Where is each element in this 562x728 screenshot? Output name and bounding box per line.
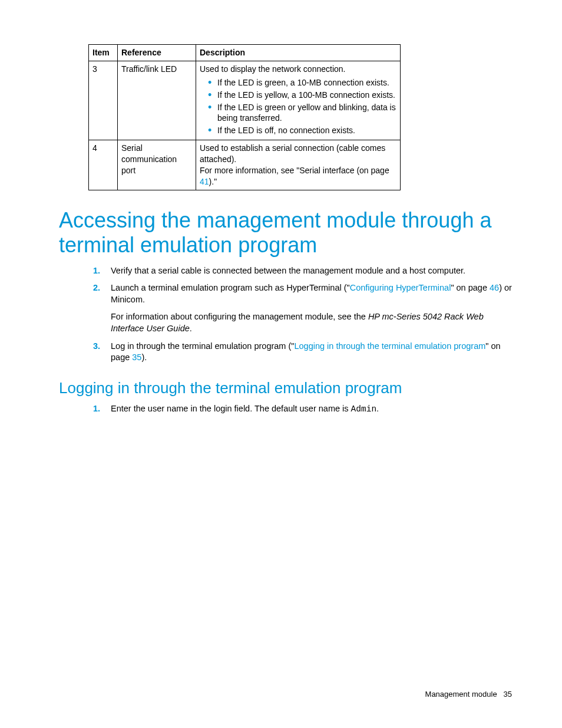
th-reference: Reference (118, 45, 196, 61)
heading-logging-in: Logging in through the terminal emulatio… (59, 378, 512, 398)
page-link[interactable]: 35 (132, 353, 141, 362)
note-post: . (190, 324, 192, 333)
cell-description: Used to establish a serial connection (c… (196, 140, 401, 190)
step-item: Launch a terminal emulation program such… (88, 282, 512, 334)
step-item: Enter the user name in the login field. … (88, 403, 512, 416)
step-text-post: . (376, 404, 379, 413)
xref-link[interactable]: Configuring HyperTerminal (350, 283, 451, 292)
th-item: Item (89, 45, 118, 61)
cell-item: 4 (89, 140, 118, 190)
desc-line-post: )." (209, 177, 217, 186)
heading-accessing: Accessing the management module through … (59, 208, 512, 258)
cell-reference: Serial communication port (118, 140, 196, 190)
step-item: Verify that a serial cable is connected … (88, 265, 512, 277)
step-item: Log in through the terminal emulation pr… (88, 341, 512, 364)
note-pre: For information about configuring the ma… (111, 312, 368, 321)
step-text-pre: Enter the user name in the login field. … (111, 404, 351, 413)
footer-section: Management module (425, 690, 497, 699)
list-item: If the LED is yellow, a 100-MB connectio… (208, 90, 396, 101)
table-row: 3 Traffic/link LED Used to display the n… (89, 61, 401, 140)
step-note: For information about configuring the ma… (111, 311, 512, 334)
cell-description: Used to display the network connection. … (196, 61, 401, 140)
desc-line-pre: For more information, see "Serial interf… (200, 166, 389, 175)
step-text-post: ). (141, 353, 147, 362)
step-text-mid: " on page (451, 283, 490, 292)
desc-line: Used to establish a serial connection (c… (200, 143, 385, 164)
footer-page: 35 (504, 690, 512, 699)
list-item: If the LED is off, no connection exists. (208, 125, 396, 136)
step-text: Verify that a serial cable is connected … (111, 266, 465, 275)
cell-item: 3 (89, 61, 118, 140)
steps-main: Verify that a serial cable is connected … (88, 265, 512, 364)
desc-intro: Used to display the network connection. (200, 64, 345, 74)
th-description: Description (196, 45, 401, 61)
reference-table: Item Reference Description 3 Traffic/lin… (88, 44, 401, 190)
table-row: 4 Serial communication port Used to esta… (89, 140, 401, 190)
desc-bullets: If the LED is green, a 10-MB connection … (208, 77, 396, 136)
step-text-pre: Launch a terminal emulation program such… (111, 283, 350, 292)
xref-link[interactable]: Logging in through the terminal emulatio… (294, 341, 485, 351)
page-link[interactable]: 41 (200, 177, 209, 186)
list-item: If the LED is green or yellow and blinki… (208, 102, 396, 124)
page-link[interactable]: 46 (490, 283, 499, 292)
list-item: If the LED is green, a 10-MB connection … (208, 77, 396, 88)
step-text-pre: Log in through the terminal emulation pr… (111, 341, 294, 351)
steps-sub: Enter the user name in the login field. … (88, 403, 512, 416)
page-footer: Management module 35 (425, 689, 512, 700)
cell-reference: Traffic/link LED (118, 61, 196, 140)
code-literal: Admin (351, 404, 377, 414)
